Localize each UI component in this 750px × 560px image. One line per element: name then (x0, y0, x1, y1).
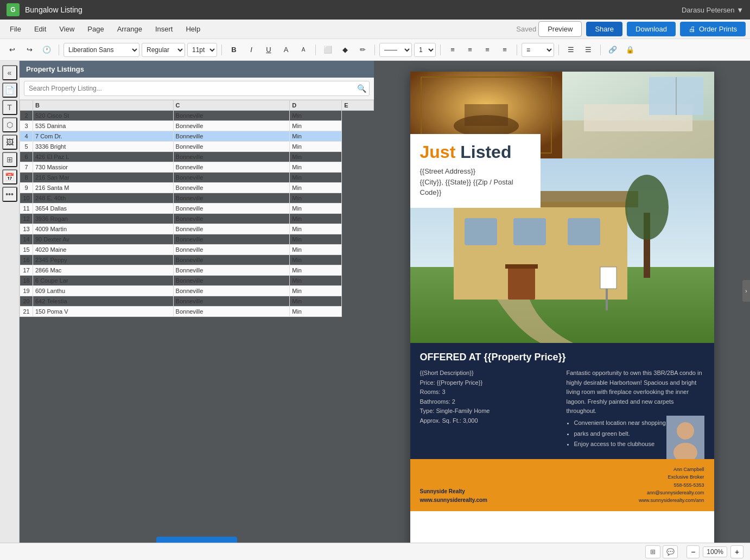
table-row[interactable]: 10 248 E. 40th Bonneville Min (20, 193, 374, 203)
underline-button[interactable]: U (261, 42, 276, 58)
table-row[interactable]: 7 730 Massior Bonneville Min (20, 162, 374, 173)
flyer-bottom-cols: {{Short Description}} Price: {{Property … (420, 368, 704, 450)
link-button[interactable]: 🔗 (605, 42, 620, 58)
row-num: 4 (20, 131, 33, 142)
more-icon[interactable]: ••• (2, 187, 17, 202)
listed-text: Listed (460, 142, 511, 162)
zoom-out-button[interactable]: − (687, 545, 700, 558)
redo-button[interactable]: ↪ (22, 42, 37, 58)
menu-help[interactable]: Help (180, 23, 206, 35)
collapse-panel-button[interactable]: « (2, 65, 17, 80)
table-row[interactable]: 3 535 Danina Bonneville Min (20, 121, 374, 131)
svg-rect-3 (465, 104, 508, 126)
table-row[interactable]: 20 642 Telestia Bonneville Min (20, 296, 374, 307)
row-num: 6 (20, 152, 33, 162)
toolbar-separator-3 (315, 44, 316, 55)
text-icon[interactable]: T (2, 100, 17, 115)
menu-arrange[interactable]: Arrange (112, 23, 148, 35)
row-address: 150 Poma V (33, 307, 174, 317)
fill-button[interactable]: ◆ (338, 42, 353, 58)
align-left-button[interactable]: ≡ (445, 42, 460, 58)
table-row[interactable]: 9 216 Santa M Bonneville Min (20, 183, 374, 193)
svg-rect-17 (505, 264, 538, 269)
table-row[interactable]: 12 3936 Rogan Bonneville Min (20, 214, 374, 224)
toolbar-separator-1 (59, 44, 59, 55)
table-row[interactable]: 11 3654 Dallas Bonneville Min (20, 203, 374, 214)
row-num: 15 (20, 245, 33, 255)
line-weight-select[interactable]: 1 (414, 43, 436, 57)
font-size-down-button[interactable]: A (296, 42, 311, 58)
bottom-icons: ⊞ 💬 (645, 545, 678, 558)
align-right-button[interactable]: ≡ (480, 42, 495, 58)
row-address: 520 Cisco St (33, 111, 174, 121)
comment-button[interactable]: 💬 (663, 545, 678, 558)
user-menu[interactable]: Darasu Petersen ▼ (682, 6, 743, 14)
table-row[interactable]: 15 4020 Maine Bonneville Min (20, 245, 374, 255)
title-bar: G Bungalow Listing Darasu Petersen ▼ (0, 0, 750, 20)
shapes-icon[interactable]: ⬡ (2, 117, 17, 132)
table-row[interactable]: 5 3336 Bright Bonneville Min (20, 142, 374, 152)
table-row[interactable]: 6 426 El Paz L Bonneville Min (20, 152, 374, 162)
bullet-list-button[interactable]: ☰ (563, 42, 579, 58)
table-row[interactable]: 16 2345 Peppy Bonneville Min (20, 255, 374, 265)
images-icon[interactable]: 🖼 (2, 135, 17, 150)
right-panel-handle[interactable]: › (742, 280, 750, 302)
sidebar-icons: « 📄 T ⬡ 🖼 ⊞ 📅 ••• (0, 61, 20, 560)
search-input[interactable] (24, 81, 370, 96)
italic-button[interactable]: I (244, 42, 259, 58)
line-button[interactable]: ✏ (355, 42, 370, 58)
toolbar-separator-8 (600, 44, 601, 55)
table-row[interactable]: 17 2866 Mac Bonneville Min (20, 265, 374, 276)
table-row[interactable]: 2 520 Cisco St Bonneville Min (20, 111, 374, 121)
shape-button[interactable]: ⬜ (320, 42, 335, 58)
col-e: E (342, 100, 374, 111)
menu-view[interactable]: View (54, 23, 80, 35)
zoom-in-button[interactable]: + (730, 545, 743, 558)
order-prints-button[interactable]: 🖨 Order Prints (680, 22, 746, 36)
row-d: Min (290, 162, 342, 173)
row-city: Bonneville (173, 183, 290, 193)
just-text: Just (420, 142, 456, 162)
font-family-select[interactable]: Liberation Sans (63, 43, 139, 57)
row-num: 9 (20, 183, 33, 193)
footer-agent: Ann Campbell Exclusive Broker 558-555-53… (639, 466, 704, 505)
row-city: Bonneville (173, 173, 290, 183)
menu-page[interactable]: Page (82, 23, 109, 35)
table-row[interactable]: 8 216 San Mar Bonneville Min (20, 173, 374, 183)
font-size-up-button[interactable]: A (278, 42, 294, 58)
row-city: Bonneville (173, 214, 290, 224)
lock-button[interactable]: 🔒 (622, 42, 638, 58)
just-listed-overlay: Just Listed {{Street Address}} {{City}},… (410, 134, 541, 208)
table-icon[interactable]: ⊞ (2, 152, 17, 167)
row-num: 2 (20, 111, 33, 121)
table-row[interactable]: 13 4009 Martin Bonneville Min (20, 224, 374, 234)
bottom-bar: ⊞ 💬 − 100% + (0, 543, 750, 560)
font-size-select[interactable]: 11pt (187, 43, 217, 57)
pages-icon[interactable]: 📄 (2, 82, 17, 98)
font-style-select[interactable]: Regular (142, 43, 185, 57)
grid-view-button[interactable]: ⊞ (645, 545, 660, 558)
table-row[interactable]: 21 150 Poma V Bonneville Min (20, 307, 374, 317)
history-button[interactable]: 🕐 (39, 42, 54, 58)
align-center-button[interactable]: ≡ (462, 42, 478, 58)
share-button[interactable]: Share (586, 22, 622, 36)
menu-insert[interactable]: Insert (150, 23, 179, 35)
line-spacing-select[interactable]: ≡ (522, 43, 554, 57)
table-row[interactable]: 18 6 Coupe Lar Bonneville Min (20, 276, 374, 286)
download-button[interactable]: Download (627, 22, 676, 36)
table-row[interactable]: 14 90 Dexter Av Bonneville Min (20, 234, 374, 245)
menu-edit[interactable]: Edit (29, 23, 52, 35)
menu-file[interactable]: File (4, 23, 27, 35)
row-num: 11 (20, 203, 33, 214)
align-justify-button[interactable]: ≡ (497, 42, 512, 58)
undo-button[interactable]: ↩ (4, 42, 20, 58)
row-num: 20 (20, 296, 33, 307)
calendar-icon[interactable]: 📅 (2, 169, 17, 184)
table-row[interactable]: 4 7 Com Dr. Bonneville Min (20, 131, 374, 142)
bold-button[interactable]: B (226, 42, 241, 58)
numbered-list-button[interactable]: ☰ (581, 42, 596, 58)
line-style-select[interactable]: —— (379, 43, 412, 57)
preview-button[interactable]: Preview (538, 21, 582, 37)
table-row[interactable]: 19 609 Lanthu Bonneville Min (20, 286, 374, 296)
row-city: Bonneville (173, 224, 290, 234)
